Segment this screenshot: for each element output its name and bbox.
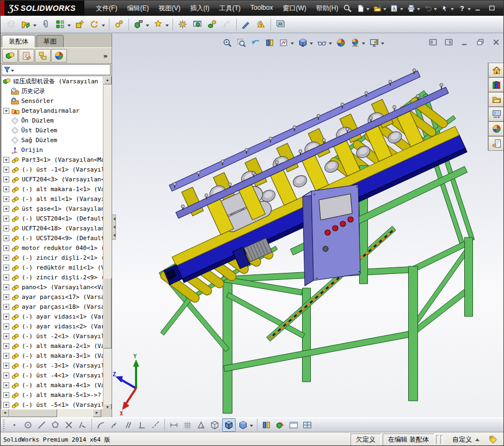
tree-expand-toggle[interactable]: + xyxy=(3,294,9,300)
circle-tool-button[interactable] xyxy=(22,419,34,431)
shaded-edges-button[interactable] xyxy=(222,418,236,432)
display-style-dropdown[interactable] xyxy=(310,42,313,46)
tree-expand-toggle[interactable]: + xyxy=(3,265,9,271)
tb-close-button[interactable] xyxy=(501,3,504,13)
tree-expand-toggle[interactable]: + xyxy=(3,274,9,280)
tag-icon[interactable] xyxy=(487,434,499,445)
win-min-button[interactable] xyxy=(459,37,470,47)
file-explorer-button[interactable] xyxy=(488,92,504,107)
tree-row[interactable]: +üst şase<1> (Varsayılan< xyxy=(2,204,103,213)
apply-scene-button[interactable] xyxy=(348,36,361,49)
report-button[interactable]: A xyxy=(388,2,400,14)
tree-row[interactable]: +(-) ayar vidası<1> (Vars xyxy=(2,311,103,321)
tree-row[interactable]: +UCFT204<3> (Varsayılan<< xyxy=(2,174,103,184)
zoom-to-fit-button[interactable] xyxy=(220,36,233,49)
move-component-button[interactable] xyxy=(88,17,101,31)
hide-show-items-button[interactable] xyxy=(315,36,328,49)
section-tool-button[interactable] xyxy=(260,419,273,431)
tangent-arc-button[interactable] xyxy=(95,419,107,431)
tree-row[interactable]: +(-) zincir dişli-2<1> (V xyxy=(2,253,103,262)
trim-tool-button[interactable] xyxy=(63,419,75,431)
menu-item-edit[interactable]: 编辑(E) xyxy=(122,2,153,15)
display-style-button[interactable] xyxy=(296,36,309,49)
menu-item-view[interactable]: 视图(V) xyxy=(153,2,185,15)
scroll-up-button[interactable]: ▲ xyxy=(103,76,112,84)
window-grid-button[interactable] xyxy=(301,419,314,431)
scroll-right-button[interactable]: ► xyxy=(93,409,101,417)
tree-expand-toggle[interactable]: + xyxy=(3,167,9,173)
tree-row[interactable]: 辊压成型机设备 (Varsayılan xyxy=(2,76,103,86)
view-orientation-button[interactable] xyxy=(277,36,290,49)
line-tool-button[interactable] xyxy=(35,419,48,431)
status-custom-dropdown[interactable]: 自定义 xyxy=(445,434,487,445)
hide-show-items-dropdown[interactable] xyxy=(329,42,332,46)
manager-overflow-chevron[interactable]: » xyxy=(103,52,109,60)
tree-expand-toggle[interactable]: + xyxy=(3,206,9,212)
open-folder-button[interactable] xyxy=(371,2,383,14)
tree-expand-toggle[interactable]: + xyxy=(3,323,9,329)
insert-components-button[interactable] xyxy=(4,17,18,31)
edit-component-button[interactable] xyxy=(19,17,33,31)
tree-row[interactable]: +(-) üst -2<1> (Varsayıla xyxy=(2,331,103,341)
edit-appearance-button[interactable] xyxy=(334,36,347,49)
polygon-tool-button[interactable] xyxy=(49,419,62,431)
undo-dropdown[interactable] xyxy=(434,8,437,12)
tree-row[interactable]: +(-) üst -4<1> (Varsayıla xyxy=(2,370,103,380)
tree-row[interactable]: +(-) redüktör mili<1> (V: xyxy=(2,262,103,272)
win-restore-button[interactable] xyxy=(475,37,485,47)
tree-row[interactable]: +(-) alt makara-3<1> (Var xyxy=(2,351,103,361)
assembly-features-button[interactable] xyxy=(132,17,145,31)
tree-row[interactable]: +(-) alt makara-5<1>->? xyxy=(2,390,103,400)
pane-right-button[interactable] xyxy=(443,37,454,47)
tree-expand-toggle[interactable]: + xyxy=(3,196,9,202)
open-folder-dropdown[interactable] xyxy=(383,8,386,12)
tree-row[interactable]: +ADetaylandırmalar xyxy=(2,106,103,115)
tree-row[interactable]: +(-) zincir dişli-2<9> (V xyxy=(2,272,103,282)
zoom-to-area-button[interactable] xyxy=(235,36,248,49)
menu-item-toolbox[interactable]: Toolbox xyxy=(245,2,278,15)
tb-restore-button[interactable] xyxy=(487,3,497,13)
instant3d-button[interactable] xyxy=(239,17,253,31)
tree-row[interactable]: +ayar parçası<18> (Varsay xyxy=(2,302,103,311)
view-palette-button[interactable] xyxy=(488,107,504,121)
configurationmanager-button[interactable] xyxy=(35,49,51,63)
tree-expand-toggle[interactable]: + xyxy=(3,245,9,251)
exploded-view-button[interactable] xyxy=(205,17,219,31)
new-document-dropdown[interactable] xyxy=(366,8,370,12)
toolbar-drag-handle[interactable] xyxy=(3,419,5,431)
move-component-dropdown[interactable] xyxy=(102,25,105,28)
help-dropdown[interactable] xyxy=(468,8,471,12)
previous-view-button[interactable] xyxy=(249,36,262,49)
take-snapshot-button[interactable] xyxy=(274,17,287,31)
sketch-arrow-button[interactable] xyxy=(108,419,121,431)
tree-row[interactable]: Ön Düzlem xyxy=(2,115,103,125)
view-orientation-dropdown[interactable] xyxy=(291,42,294,46)
tree-expand-toggle[interactable]: + xyxy=(3,157,9,163)
print-dropdown[interactable] xyxy=(417,8,420,12)
pane-left-button[interactable] xyxy=(427,37,438,47)
menu-item-window[interactable]: 窗口(W) xyxy=(278,2,311,15)
perpendicular-button[interactable] xyxy=(136,419,148,431)
tree-expand-toggle[interactable]: + xyxy=(3,314,9,320)
panel-collapse-grip[interactable] xyxy=(112,215,116,240)
undo-button[interactable] xyxy=(422,2,434,14)
custom-properties-button[interactable] xyxy=(488,136,504,151)
tree-filter-input[interactable] xyxy=(2,64,110,75)
tree-row[interactable]: +(-) alt makara-1<1> (Var xyxy=(2,184,103,194)
displaymanager-button[interactable] xyxy=(51,49,67,63)
tree-row[interactable]: +(-) alt mil<1> (Varsayıl xyxy=(2,194,103,204)
propertymanager-button[interactable] xyxy=(19,49,34,63)
show-window-button[interactable] xyxy=(190,17,204,31)
point-button[interactable] xyxy=(8,419,21,431)
reference-star-button[interactable] xyxy=(151,17,165,31)
tree-expand-toggle[interactable]: + xyxy=(3,216,9,222)
tree-expand-toggle[interactable]: + xyxy=(3,333,9,339)
tree-row[interactable]: +(-) UCST204<1> (Default< xyxy=(2,213,103,223)
tree-expand-toggle[interactable]: + xyxy=(3,284,9,290)
component-pattern-dropdown[interactable] xyxy=(67,25,71,28)
tree-expand-toggle[interactable]: + xyxy=(3,255,9,261)
home-button[interactable] xyxy=(488,63,504,77)
tree-expand-toggle[interactable]: + xyxy=(3,235,9,241)
tree-row[interactable]: Orijin xyxy=(2,145,103,155)
assembly-transparency-button[interactable] xyxy=(274,419,286,431)
